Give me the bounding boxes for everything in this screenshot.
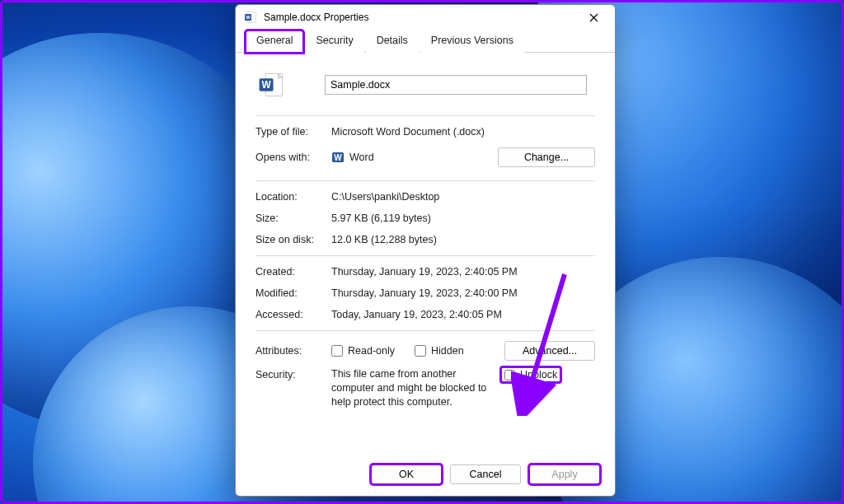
- size-label: Size:: [256, 212, 331, 224]
- attributes-label: Attributes:: [256, 345, 331, 357]
- accessed-value: Today, January 19, 2023, 2:40:05 PM: [331, 309, 595, 320]
- created-value: Thursday, January 19, 2023, 2:40:05 PM: [331, 266, 595, 278]
- size-on-disk-value: 12.0 KB (12,288 bytes): [331, 234, 595, 245]
- security-text: This file came from another computer and…: [331, 367, 496, 409]
- tab-details[interactable]: Details: [366, 30, 419, 53]
- cancel-button[interactable]: Cancel: [450, 464, 521, 484]
- size-value: 5.97 KB (6,119 bytes): [331, 212, 595, 224]
- opens-with-label: Opens with:: [256, 152, 331, 163]
- close-icon: [589, 13, 598, 22]
- hidden-checkbox-input[interactable]: [415, 345, 426, 357]
- properties-dialog: W Sample.docx Properties General Securit…: [235, 4, 616, 497]
- close-button[interactable]: [577, 7, 610, 28]
- word-icon: W: [244, 11, 257, 24]
- file-type-icon: W: [257, 71, 285, 99]
- tab-security[interactable]: Security: [305, 30, 363, 53]
- opens-with-value: Word: [349, 152, 374, 163]
- type-label: Type of file:: [256, 126, 331, 138]
- apply-button[interactable]: Apply: [529, 464, 600, 484]
- readonly-checkbox-input[interactable]: [331, 345, 343, 357]
- svg-text:W: W: [246, 15, 251, 20]
- hidden-checkbox[interactable]: Hidden: [415, 345, 464, 357]
- security-label: Security:: [256, 367, 331, 380]
- location-value: C:\Users\panki\Desktop: [331, 191, 595, 203]
- modified-value: Thursday, January 19, 2023, 2:40:00 PM: [331, 287, 595, 299]
- dialog-title: Sample.docx Properties: [264, 12, 577, 23]
- tab-previous-versions[interactable]: Previous Versions: [420, 30, 524, 53]
- unblock-label: Unblock: [520, 369, 557, 380]
- svg-text:W: W: [261, 79, 271, 91]
- unblock-checkbox[interactable]: Unblock: [501, 367, 560, 382]
- advanced-button[interactable]: Advanced...: [504, 341, 595, 361]
- unblock-checkbox-input[interactable]: [504, 370, 515, 380]
- ok-button[interactable]: OK: [371, 464, 442, 484]
- tab-content: W Type of file: Microsoft Word Document …: [236, 53, 615, 456]
- tab-bar: General Security Details Previous Versio…: [236, 30, 615, 53]
- location-label: Location:: [256, 191, 331, 203]
- readonly-checkbox[interactable]: Read-only: [331, 345, 395, 357]
- tab-general[interactable]: General: [246, 30, 303, 53]
- created-label: Created:: [256, 266, 331, 278]
- svg-text:W: W: [334, 153, 342, 162]
- readonly-label: Read-only: [348, 345, 395, 357]
- titlebar: W Sample.docx Properties: [236, 5, 615, 30]
- type-value: Microsoft Word Document (.docx): [331, 126, 595, 138]
- accessed-label: Accessed:: [256, 309, 331, 320]
- word-app-icon: W: [331, 151, 345, 164]
- size-on-disk-label: Size on disk:: [256, 234, 331, 245]
- filename-input[interactable]: [325, 75, 587, 95]
- hidden-label: Hidden: [431, 345, 464, 357]
- change-button[interactable]: Change...: [498, 147, 595, 167]
- dialog-footer: OK Cancel Apply: [236, 456, 615, 496]
- modified-label: Modified:: [256, 287, 331, 299]
